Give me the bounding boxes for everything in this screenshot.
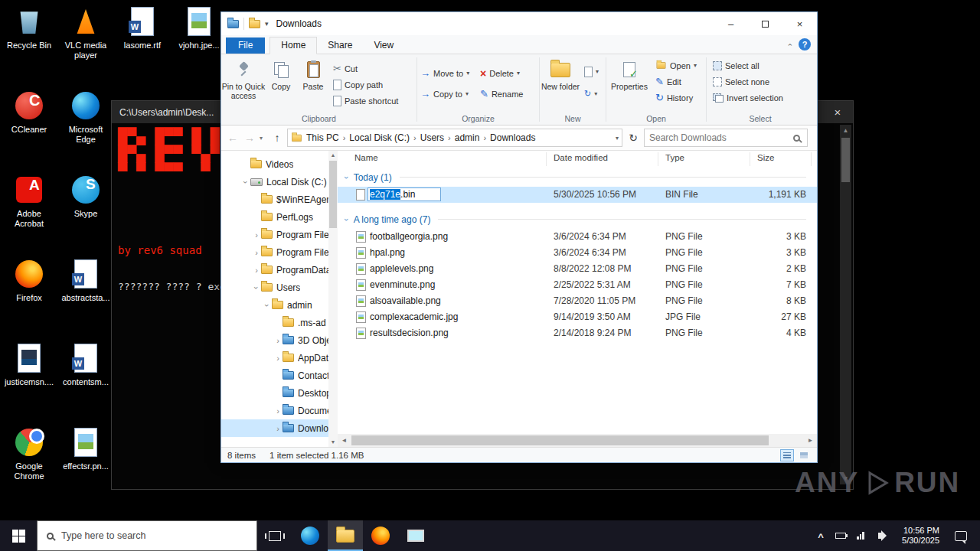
open-button[interactable]: Open▾	[652, 57, 703, 73]
delete-button[interactable]: ×Delete▾	[477, 65, 537, 81]
copy-to-button[interactable]: →Copy to▾	[417, 86, 477, 102]
history-button[interactable]: ↻History	[652, 90, 703, 106]
file-row[interactable]: alsoavailable.png 7/28/2020 11:05 PM PNG…	[338, 293, 817, 309]
edit-button[interactable]: ✎Edit	[652, 73, 703, 90]
file-row[interactable]: applelevels.png 8/8/2022 12:08 PM PNG Fi…	[338, 261, 817, 277]
scroll-up-icon[interactable]: ▲	[328, 151, 338, 160]
scrollbar-thumb[interactable]	[329, 161, 337, 228]
taskbar-search[interactable]: Type here to search	[37, 520, 257, 551]
address-breadcrumb[interactable]: This PC › Local Disk (C:) › Users › admi…	[287, 129, 622, 147]
chevron-icon[interactable]: ›	[273, 354, 283, 363]
column-divider[interactable]	[546, 152, 547, 166]
forward-icon[interactable]: →	[243, 132, 256, 144]
chevron-down-icon[interactable]: ▾	[260, 135, 267, 142]
horizontal-scrollbar[interactable]: ◄ ►	[338, 434, 817, 447]
chevron-icon[interactable]: ›	[342, 176, 351, 179]
column-header-type[interactable]: Type	[665, 153, 684, 162]
cut-button[interactable]: ✂Cut	[330, 60, 413, 77]
paste-shortcut-button[interactable]: Paste shortcut	[330, 93, 413, 109]
group-header-today[interactable]: › Today (1)	[338, 168, 817, 187]
breadcrumb-downloads[interactable]: Downloads	[488, 132, 537, 143]
desktop-icon-lasome-rtf[interactable]: lasome.rtf	[115, 5, 170, 51]
nav-item-3d-objects[interactable]: ›3D Objects	[221, 331, 328, 349]
chevron-icon[interactable]: ›	[273, 406, 283, 416]
file-row[interactable]: complexacademic.jpg 9/14/2019 3:50 AM JP…	[338, 309, 817, 325]
taskbar-clock[interactable]: 10:56 PM 5/30/2025	[890, 526, 946, 546]
file-row[interactable]: hpal.png 3/6/2024 6:34 PM PNG File 3 KB	[338, 245, 817, 261]
nav-item-program-files[interactable]: ›Program Files	[221, 226, 328, 243]
file-row-renaming[interactable]: e2q71e.bin 5/30/2025 10:56 PM BIN File 1…	[338, 187, 817, 203]
nav-item-users[interactable]: ›Users	[221, 279, 328, 296]
desktop-icon-justicemsn[interactable]: justicemsn....	[2, 341, 57, 387]
nav-item-programdata[interactable]: ›ProgramData	[221, 261, 328, 279]
volume-tray-button[interactable]	[871, 533, 890, 539]
select-all-button[interactable]: Select all	[710, 57, 814, 73]
chevron-icon[interactable]: ›	[273, 336, 283, 345]
column-header-name[interactable]: Name	[354, 153, 378, 162]
rename-input[interactable]: e2q71e.bin	[368, 187, 441, 201]
nav-item-desktop[interactable]: ›Desktop	[221, 384, 328, 402]
desktop-icon-contentsm[interactable]: contentsm...	[58, 341, 113, 387]
file-row[interactable]: resultsdecision.png 2/14/2018 9:24 PM PN…	[338, 325, 817, 341]
taskbar-firefox-button[interactable]	[363, 520, 398, 551]
help-button[interactable]: ?	[799, 38, 811, 51]
maximize-button[interactable]	[748, 12, 782, 35]
breadcrumb-users[interactable]: Users	[418, 132, 446, 143]
chevron-icon[interactable]: ›	[342, 218, 351, 221]
nav-item-videos[interactable]: ›Videos	[221, 155, 328, 173]
scrollbar-thumb[interactable]	[351, 435, 769, 445]
desktop-icon-vlc[interactable]: VLC media player	[58, 5, 113, 60]
nav-item-admin[interactable]: ›admin	[221, 296, 328, 314]
taskbar-app-window-button[interactable]	[398, 520, 433, 551]
column-divider[interactable]	[750, 152, 750, 166]
back-icon[interactable]: ←	[226, 132, 240, 144]
desktop-icon-chrome[interactable]: Google Chrome	[2, 425, 57, 481]
desktop-icon-ccleaner[interactable]: CCleaner	[2, 89, 57, 135]
file-row[interactable]: evenminute.png 2/25/2022 5:31 AM PNG Fil…	[338, 277, 817, 293]
explorer-titlebar[interactable]: ▾ Downloads – ×	[221, 12, 817, 35]
chevron-icon[interactable]: ›	[252, 283, 261, 292]
nav-item-downloads[interactable]: ›Downloads	[221, 419, 328, 437]
tab-view[interactable]: View	[363, 37, 404, 54]
easy-access-button[interactable]: ↻▾	[581, 86, 604, 102]
nav-item-winreagent[interactable]: ›$WinREAgent	[221, 191, 328, 208]
chevron-down-icon[interactable]: ▾	[265, 20, 269, 28]
chevron-icon[interactable]: ›	[252, 230, 261, 240]
scroll-right-icon[interactable]: ►	[804, 434, 817, 447]
battery-tray-button[interactable]	[831, 533, 851, 539]
select-none-button[interactable]: Select none	[710, 73, 814, 90]
navigation-scrollbar[interactable]: ▲ ▼	[328, 151, 338, 447]
chevron-down-icon[interactable]: ▾	[616, 135, 619, 142]
terminal-scrollbar[interactable]: ▲ ▼	[840, 125, 851, 484]
column-divider[interactable]	[658, 152, 658, 166]
scroll-up-icon[interactable]: ▲	[840, 125, 851, 136]
column-header-size[interactable]: Size	[757, 153, 774, 162]
nav-item-contacts[interactable]: ›Contacts	[221, 367, 328, 384]
desktop-icon-firefox[interactable]: Firefox	[2, 257, 57, 303]
desktop-icon-acrobat[interactable]: Adobe Acrobat	[2, 173, 57, 229]
desktop-icon-edge[interactable]: Microsoft Edge	[58, 89, 113, 145]
search-box[interactable]: Search Downloads	[644, 129, 808, 147]
search-icon[interactable]	[793, 135, 800, 142]
nav-item-appdata[interactable]: ›AppData	[221, 349, 328, 367]
new-item-button[interactable]: ▾	[581, 64, 604, 80]
task-view-button[interactable]	[257, 520, 292, 551]
tab-file[interactable]: File	[226, 37, 265, 54]
column-divider[interactable]	[811, 152, 812, 166]
thumbnails-view-button[interactable]	[797, 449, 811, 461]
scroll-down-icon[interactable]: ▼	[328, 438, 338, 447]
details-view-button[interactable]	[780, 449, 794, 461]
desktop-icon-vjohn-jpe[interactable]: vjohn.jpe...	[172, 5, 227, 51]
file-row[interactable]: footballgeorgia.png 3/6/2024 6:34 PM PNG…	[338, 229, 817, 245]
tab-share[interactable]: Share	[317, 37, 363, 54]
scroll-left-icon[interactable]: ◄	[338, 434, 351, 447]
nav-item-program-files-x86[interactable]: ›Program Files	[221, 243, 328, 261]
taskbar-edge-button[interactable]	[292, 520, 328, 551]
close-button[interactable]: ×	[782, 12, 817, 35]
chevron-icon[interactable]: ›	[252, 248, 261, 257]
nav-item-documents[interactable]: ›Documents	[221, 402, 328, 419]
nav-item-ms-ad[interactable]: ›.ms-ad	[221, 314, 328, 331]
start-button[interactable]	[0, 520, 37, 551]
taskbar-file-explorer-button[interactable]	[328, 520, 363, 551]
action-center-button[interactable]	[946, 531, 976, 541]
